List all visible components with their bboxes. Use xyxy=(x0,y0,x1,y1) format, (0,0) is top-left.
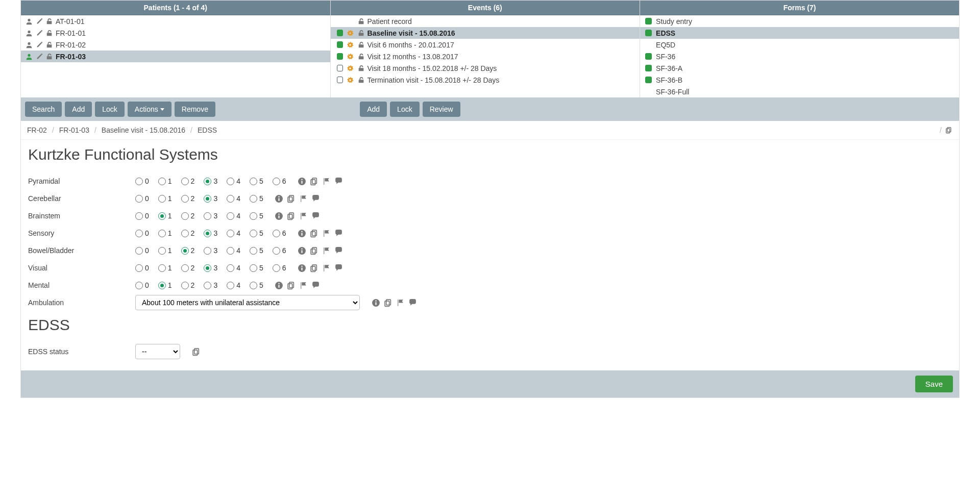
copy-icon[interactable] xyxy=(191,347,201,356)
comment-icon[interactable] xyxy=(334,263,344,272)
radio-option[interactable]: 6 xyxy=(273,246,286,255)
radio-option[interactable]: 0 xyxy=(135,177,149,185)
radio-option[interactable]: 3 xyxy=(204,281,217,289)
review-event-button[interactable]: Review xyxy=(423,102,460,117)
breadcrumb-item[interactable]: FR-02 xyxy=(27,126,47,134)
lock-open-icon[interactable] xyxy=(357,29,365,37)
form-row[interactable]: SF-36-B xyxy=(640,74,959,86)
edss-status-select[interactable]: -- xyxy=(135,344,180,359)
info-icon[interactable] xyxy=(298,229,307,238)
pencil-icon[interactable] xyxy=(35,29,43,37)
radio-option[interactable]: 5 xyxy=(250,212,263,220)
radio-option[interactable]: 0 xyxy=(135,281,149,289)
radio-option[interactable]: 2 xyxy=(181,229,195,237)
radio-option[interactable]: 0 xyxy=(135,229,149,237)
comment-icon[interactable] xyxy=(408,298,417,307)
radio-option[interactable]: 2 xyxy=(181,246,195,255)
radio-option[interactable]: 4 xyxy=(227,264,240,272)
copy-icon[interactable] xyxy=(287,281,296,290)
patient-row[interactable]: FR-01-03 xyxy=(21,51,330,62)
pencil-icon[interactable] xyxy=(35,53,43,61)
comment-icon[interactable] xyxy=(334,177,344,186)
copy-icon[interactable] xyxy=(945,126,953,134)
comment-icon[interactable] xyxy=(311,281,321,290)
radio-option[interactable]: 3 xyxy=(204,229,217,237)
radio-option[interactable]: 3 xyxy=(204,177,217,185)
remove-patient-button[interactable]: Remove xyxy=(175,102,215,117)
flag-icon[interactable] xyxy=(322,229,331,238)
radio-option[interactable]: 4 xyxy=(227,194,240,203)
copy-icon[interactable] xyxy=(310,246,319,255)
pencil-icon[interactable] xyxy=(35,41,43,49)
radio-option[interactable]: 3 xyxy=(204,212,217,220)
lock-open-icon[interactable] xyxy=(357,53,365,61)
radio-option[interactable]: 5 xyxy=(250,264,263,272)
flag-icon[interactable] xyxy=(322,177,331,186)
event-row[interactable]: Termination visit - 15.08.2018 +/- 28 Da… xyxy=(331,74,640,86)
radio-option[interactable]: 5 xyxy=(250,194,263,203)
lock-open-icon[interactable] xyxy=(357,41,365,49)
gear-icon[interactable] xyxy=(346,76,354,84)
radio-option[interactable]: 5 xyxy=(250,229,263,237)
lock-patient-button[interactable]: Lock xyxy=(95,102,125,117)
patient-row[interactable]: FR-01-02 xyxy=(21,39,330,51)
ambulation-select[interactable]: About 100 meters with unilateral assista… xyxy=(135,295,360,310)
flag-icon[interactable] xyxy=(299,281,308,290)
comment-icon[interactable] xyxy=(311,194,321,203)
event-row[interactable]: Visit 18 months - 15.02.2018 +/- 28 Days xyxy=(331,62,640,74)
info-icon[interactable] xyxy=(298,263,307,272)
flag-icon[interactable] xyxy=(299,211,308,220)
copy-icon[interactable] xyxy=(383,298,393,307)
radio-option[interactable]: 3 xyxy=(204,264,217,272)
copy-icon[interactable] xyxy=(310,263,319,272)
radio-option[interactable]: 6 xyxy=(273,229,286,237)
info-icon[interactable] xyxy=(371,298,380,307)
radio-option[interactable]: 1 xyxy=(158,229,172,237)
radio-option[interactable]: 1 xyxy=(158,177,172,185)
radio-option[interactable]: 0 xyxy=(135,246,149,255)
radio-option[interactable]: 1 xyxy=(158,264,172,272)
radio-option[interactable]: 4 xyxy=(227,177,240,185)
flag-icon[interactable] xyxy=(322,246,331,255)
copy-icon[interactable] xyxy=(310,177,319,186)
lock-open-icon[interactable] xyxy=(45,53,54,61)
form-row[interactable]: EDSS xyxy=(640,27,959,39)
radio-option[interactable]: 0 xyxy=(135,264,149,272)
radio-option[interactable]: 4 xyxy=(227,281,240,289)
radio-option[interactable]: 6 xyxy=(273,264,286,272)
lock-open-icon[interactable] xyxy=(45,29,54,37)
radio-option[interactable]: 4 xyxy=(227,246,240,255)
lock-open-icon[interactable] xyxy=(357,76,365,84)
radio-option[interactable]: 2 xyxy=(181,281,195,289)
lock-event-button[interactable]: Lock xyxy=(390,102,420,117)
radio-option[interactable]: 1 xyxy=(158,281,172,289)
radio-option[interactable]: 0 xyxy=(135,212,149,220)
info-icon[interactable] xyxy=(275,281,284,290)
actions-dropdown[interactable]: Actions xyxy=(128,102,172,117)
radio-option[interactable]: 0 xyxy=(135,194,149,203)
radio-option[interactable]: 4 xyxy=(227,229,240,237)
gear-icon[interactable] xyxy=(346,29,354,37)
radio-option[interactable]: 1 xyxy=(158,194,172,203)
radio-option[interactable]: 2 xyxy=(181,264,195,272)
event-row[interactable]: Patient record xyxy=(331,15,640,27)
radio-option[interactable]: 1 xyxy=(158,212,172,220)
radio-option[interactable]: 2 xyxy=(181,212,195,220)
radio-option[interactable]: 3 xyxy=(204,194,217,203)
lock-open-icon[interactable] xyxy=(45,41,54,49)
add-patient-button[interactable]: Add xyxy=(65,102,92,117)
radio-option[interactable]: 3 xyxy=(204,246,217,255)
comment-icon[interactable] xyxy=(334,246,344,255)
comment-icon[interactable] xyxy=(334,229,344,238)
radio-option[interactable]: 6 xyxy=(273,177,286,185)
copy-icon[interactable] xyxy=(310,229,319,238)
radio-option[interactable]: 5 xyxy=(250,281,263,289)
event-row[interactable]: Visit 12 months - 13.08.2017 xyxy=(331,51,640,62)
breadcrumb-item[interactable]: FR-01-03 xyxy=(59,126,89,134)
patient-row[interactable]: FR-01-01 xyxy=(21,27,330,39)
comment-icon[interactable] xyxy=(311,211,321,220)
radio-option[interactable]: 1 xyxy=(158,246,172,255)
flag-icon[interactable] xyxy=(322,263,331,272)
form-row[interactable]: EQ5D xyxy=(640,39,959,51)
copy-icon[interactable] xyxy=(287,194,296,203)
